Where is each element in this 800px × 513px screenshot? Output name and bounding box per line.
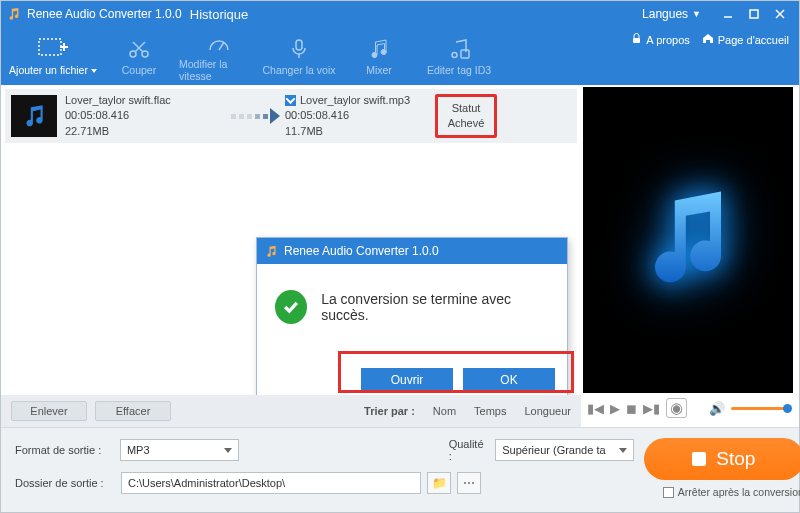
output-duration: 00:05:08.416 xyxy=(285,108,435,123)
sort-length[interactable]: Longueur xyxy=(525,405,572,417)
svg-line-11 xyxy=(219,42,224,50)
folder-icon: 📁 xyxy=(432,476,447,490)
sort-by-label: Trier par : xyxy=(364,405,415,417)
svg-line-10 xyxy=(133,42,143,52)
open-folder-button[interactable]: 📁 xyxy=(427,472,451,494)
source-filename: Lover_taylor swift.flac xyxy=(65,93,225,108)
gauge-icon xyxy=(207,30,231,56)
table-row[interactable]: Lover_taylor swift.flac 00:05:08.416 22.… xyxy=(5,89,577,143)
browse-button[interactable]: ⋯ xyxy=(457,472,481,494)
microphone-icon xyxy=(289,36,309,62)
output-filename: Lover_taylor swift.mp3 xyxy=(300,93,410,108)
preview-panel: ▮◀ ▶ ◼ ▶▮ ◉ 🔊 xyxy=(581,85,799,427)
quality-label: Qualité : xyxy=(449,438,490,462)
volume-slider[interactable] xyxy=(731,407,789,410)
next-button[interactable]: ▶▮ xyxy=(643,401,660,416)
dialog-title: Renee Audio Converter 1.0.0 xyxy=(284,244,439,258)
player-controls: ▮◀ ▶ ◼ ▶▮ ◉ 🔊 xyxy=(583,393,793,423)
stop-after-label: Arrêter après la conversion xyxy=(678,486,800,498)
status-value: Achevé xyxy=(440,116,492,131)
stop-player-button[interactable]: ◼ xyxy=(626,401,637,416)
sort-time[interactable]: Temps xyxy=(474,405,506,417)
maximize-button[interactable] xyxy=(741,5,767,23)
status-label: Statut xyxy=(440,101,492,116)
output-file-block: Lover_taylor swift.mp3 00:05:08.416 11.7… xyxy=(285,93,435,139)
dialog-titlebar: Renee Audio Converter 1.0.0 xyxy=(257,238,567,264)
stop-button[interactable]: Stop xyxy=(644,438,800,480)
snapshot-button[interactable]: ◉ xyxy=(666,398,687,418)
status-badge: Statut Achevé xyxy=(435,94,497,138)
add-file-icon xyxy=(38,36,68,62)
source-size: 22.71MB xyxy=(65,124,225,139)
svg-point-15 xyxy=(382,50,386,54)
close-button[interactable] xyxy=(767,5,793,23)
preview-display xyxy=(583,87,793,393)
edit-icon[interactable] xyxy=(285,95,296,106)
output-format-select[interactable]: MP3 xyxy=(120,439,239,461)
dialog-message: La conversion se termine avec succès. xyxy=(321,291,549,323)
quality-select[interactable]: Supérieur (Grande ta xyxy=(495,439,634,461)
bottom-panel: Format de sortie : MP3 Qualité : Supérie… xyxy=(1,427,799,512)
source-file-block: Lover_taylor swift.flac 00:05:08.416 22.… xyxy=(65,93,225,139)
conversion-list: Lover_taylor swift.flac 00:05:08.416 22.… xyxy=(1,85,581,395)
remove-button[interactable]: Enlever xyxy=(11,401,87,421)
home-icon xyxy=(702,33,714,46)
language-label: Langues xyxy=(642,7,688,21)
language-menu[interactable]: Langues ▼ xyxy=(642,7,701,21)
svg-point-14 xyxy=(372,53,376,57)
stop-icon xyxy=(692,452,706,466)
svg-rect-18 xyxy=(633,38,640,43)
add-file-button[interactable]: Ajouter un fichier xyxy=(7,27,99,85)
source-duration: 00:05:08.416 xyxy=(65,108,225,123)
svg-rect-4 xyxy=(39,39,61,55)
speed-button[interactable]: Modifier la vitesse xyxy=(179,27,259,85)
cut-button[interactable]: Couper xyxy=(99,27,179,85)
svg-rect-1 xyxy=(750,10,758,18)
output-folder-label: Dossier de sortie : xyxy=(15,477,115,489)
titlebar: Renee Audio Converter 1.0.0 Historique L… xyxy=(1,1,799,27)
minimize-button[interactable] xyxy=(715,5,741,23)
output-size: 11.7MB xyxy=(285,124,435,139)
clear-button[interactable]: Effacer xyxy=(95,401,171,421)
scissors-icon xyxy=(128,36,150,62)
svg-point-16 xyxy=(452,53,457,58)
id3-button[interactable]: Editer tag ID3 xyxy=(419,27,499,85)
output-format-label: Format de sortie : xyxy=(15,444,114,456)
stop-after-checkbox[interactable] xyxy=(663,487,674,498)
play-button[interactable]: ▶ xyxy=(610,401,620,416)
app-title: Renee Audio Converter 1.0.0 xyxy=(27,7,182,21)
about-link[interactable]: A propos xyxy=(631,33,689,46)
dialog-ok-button[interactable]: OK xyxy=(463,368,555,392)
toolbar: Ajouter un fichier Couper Modifier la vi… xyxy=(1,27,799,85)
mix-button[interactable]: Mixer xyxy=(339,27,419,85)
svg-rect-12 xyxy=(296,40,302,50)
list-footer: Enlever Effacer Trier par : Nom Temps Lo… xyxy=(1,395,581,427)
svg-rect-17 xyxy=(461,50,469,58)
conversion-arrow-icon xyxy=(225,108,285,124)
app-icon xyxy=(7,7,21,21)
page-title: Historique xyxy=(190,7,249,22)
app-window: Renee Audio Converter 1.0.0 Historique L… xyxy=(0,0,800,513)
voice-button[interactable]: Changer la voix xyxy=(259,27,339,85)
music-note-icon xyxy=(368,36,390,62)
success-dialog: Renee Audio Converter 1.0.0 La conversio… xyxy=(256,237,568,395)
lock-icon xyxy=(631,33,642,46)
file-list-panel: Lover_taylor swift.flac 00:05:08.416 22.… xyxy=(1,85,581,427)
svg-line-9 xyxy=(135,42,145,52)
main-area: Lover_taylor swift.flac 00:05:08.416 22.… xyxy=(1,85,799,427)
file-thumbnail xyxy=(11,95,57,137)
home-link[interactable]: Page d'accueil xyxy=(702,33,789,46)
dialog-open-button[interactable]: Ouvrir xyxy=(361,368,453,392)
success-check-icon xyxy=(275,290,307,324)
prev-button[interactable]: ▮◀ xyxy=(587,401,604,416)
sort-name[interactable]: Nom xyxy=(433,405,456,417)
output-folder-input[interactable]: C:\Users\Administrator\Desktop\ xyxy=(121,472,421,494)
speaker-icon[interactable]: 🔊 xyxy=(709,401,725,416)
tag-icon xyxy=(448,36,470,62)
